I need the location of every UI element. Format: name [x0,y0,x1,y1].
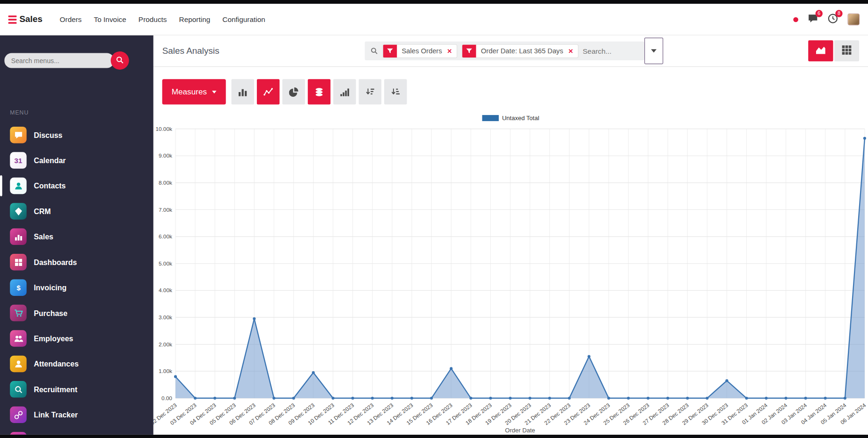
svg-text:1.00k: 1.00k [159,368,172,374]
line-chart-icon [263,87,273,96]
cumulative-toggle-button[interactable] [333,79,356,104]
facet-remove-icon[interactable]: ✕ [568,47,577,54]
navbar-menu-reporting[interactable]: Reporting [173,10,217,29]
apps-sidebar: MENU Discuss31CalendarContactsCRMSalesDa… [0,36,153,435]
sidebar-item-calendar[interactable]: 31Calendar [0,148,153,173]
pie-chart-icon [289,87,298,96]
sidebar-scrollbar-thumb[interactable] [0,175,2,196]
chart-block: Untaxed Total 0.001.00k2.00k3.00k4.00k5.… [153,114,868,435]
svg-text:Order Date: Order Date [505,427,535,434]
search-zone: Sales Orders✕Order Date: Last 365 Days✕ [219,37,809,64]
screen-top-edge [0,0,868,4]
page-layout: MENU Discuss31CalendarContactsCRMSalesDa… [0,36,868,435]
chevron-down-icon [651,49,656,52]
svg-text:6.00k: 6.00k [159,233,172,240]
search-facet[interactable]: Sales Orders✕ [382,44,457,58]
search-input[interactable] [583,47,638,55]
stacked-icon [314,87,324,96]
svg-text:10.00k: 10.00k [155,126,172,132]
sidebar-search-input[interactable] [4,53,114,68]
page-title: Sales Analysis [162,46,219,56]
sidebar-item-label: Recruitment [34,385,77,394]
view-switcher [808,40,859,61]
navbar-menu-configuration[interactable]: Configuration [216,10,271,29]
bar-chart-view-button[interactable] [231,79,254,104]
line-chart[interactable]: 0.001.00k2.00k3.00k4.00k5.00k6.00k7.00k8… [153,126,868,435]
crm-icon [10,203,26,219]
app-brand[interactable]: Sales [19,14,42,24]
navbar-menus: OrdersTo InvoiceProductsReportingConfigu… [54,10,271,29]
activities-button[interactable]: 8 [828,13,838,26]
facet-remove-icon[interactable]: ✕ [447,47,456,54]
facet-label: Sales Orders [397,47,447,55]
svg-text:0.00: 0.00 [161,395,172,402]
sidebar-item-link-tracker[interactable]: Link Tracker [0,402,153,427]
graph-view-button[interactable] [808,40,833,61]
recruitment-icon [10,381,26,397]
search-icon [370,47,378,55]
pie-chart-view-button[interactable] [282,79,305,104]
sidebar-item-dashboards[interactable]: Dashboards [0,250,153,275]
measures-button[interactable]: Measures [162,79,226,104]
sidebar-item-employees[interactable]: Employees [0,326,153,351]
sort-ascending-button[interactable] [384,79,407,104]
top-navbar: Sales OrdersTo InvoiceProductsReportingC… [0,4,868,35]
sidebar-item-contacts[interactable]: Contacts [0,173,153,198]
navbar-menu-products[interactable]: Products [132,10,173,29]
facet-label: Order Date: Last 365 Days [476,47,568,55]
sidebar-search-button[interactable] [111,51,129,70]
search-icon [116,56,124,65]
sidebar-item-crm[interactable]: CRM [0,199,153,224]
ascending-bars-icon [340,87,349,96]
pivot-grid-icon [841,45,852,57]
search-bar[interactable]: Sales Orders✕Order Date: Last 365 Days✕ [365,42,644,60]
svg-text:9.00k: 9.00k [159,152,172,159]
sidebar-item-label: Attendances [34,360,79,368]
sidebar-item-discuss[interactable]: Discuss [0,122,153,147]
navbar-menu-orders[interactable]: Orders [54,10,88,29]
control-panel: Sales Analysis Sales Orders✕Order Date: … [153,36,868,67]
sidebar-item-partial[interactable] [0,427,153,434]
sidebar-item-sales[interactable]: Sales [0,224,153,249]
svg-text:2.00k: 2.00k [159,341,172,348]
sidebar-item-attendances[interactable]: Attendances [0,351,153,376]
messages-button[interactable]: 6 [808,13,818,26]
area-chart-icon [816,45,826,57]
sidebar-item-label: CRM [34,207,51,215]
link-tracker-icon [10,407,26,423]
search-facet[interactable]: Order Date: Last 365 Days✕ [461,44,578,58]
facet-list: Sales Orders✕Order Date: Last 365 Days✕ [382,44,578,58]
sidebar-item-label: Invoicing [34,283,66,292]
apps-menu-button[interactable] [8,15,17,24]
sort-descending-button[interactable] [358,79,381,104]
screen-bottom-edge [0,435,868,438]
search-dropdown-toggle[interactable] [644,37,663,64]
navbar-menu-to-invoice[interactable]: To Invoice [88,10,132,29]
discuss-icon [10,127,26,143]
employees-icon [10,330,26,346]
sidebar-item-purchase[interactable]: Purchase [0,300,153,325]
line-chart-view-button[interactable] [257,79,280,104]
activities-badge: 8 [835,10,842,17]
screen: Sales OrdersTo InvoiceProductsReportingC… [0,0,868,438]
svg-text:7.00k: 7.00k [159,207,172,213]
user-avatar[interactable] [847,13,860,25]
sidebar-search [4,51,149,70]
sort-asc-icon [391,87,400,96]
pivot-view-button[interactable] [834,40,859,61]
sidebar-item-label: Contacts [34,182,66,190]
caret-down-icon [212,90,216,93]
sidebar-item-label: Purchase [34,309,67,317]
svg-text:5.00k: 5.00k [159,260,172,267]
invoicing-icon: $ [10,279,26,295]
contacts-icon [10,178,26,194]
status-dot-icon[interactable] [793,17,798,22]
sidebar-item-label: Dashboards [34,258,77,266]
stacked-toggle-button[interactable] [307,79,330,104]
sidebar-item-invoicing[interactable]: $Invoicing [0,275,153,300]
bar-chart-icon [238,87,247,96]
menu-section-label: MENU [10,109,153,115]
purchase-icon [10,305,26,321]
calendar-icon: 31 [10,152,26,168]
sidebar-item-recruitment[interactable]: Recruitment [0,377,153,402]
